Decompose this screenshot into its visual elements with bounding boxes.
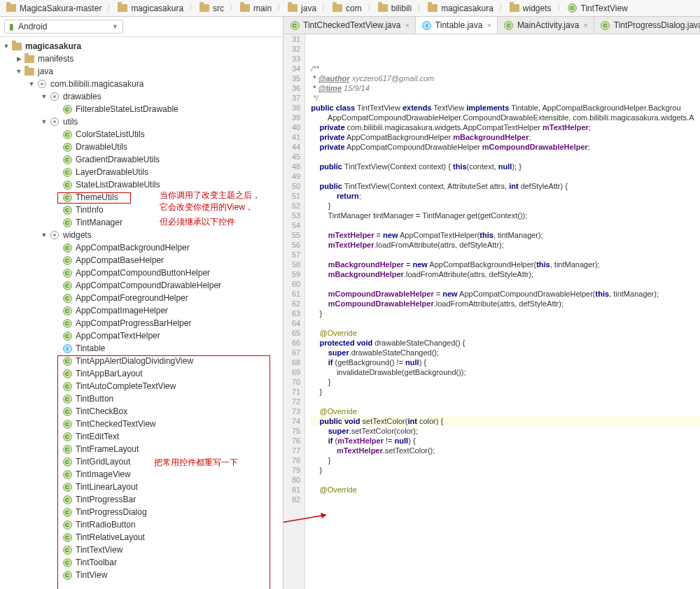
breadcrumb-item[interactable]: magicasakura	[427, 3, 493, 14]
tree-item[interactable]: CTintInfo	[0, 204, 283, 216]
project-tree[interactable]: ▼magicasakura ▶manifests▼java▼com.bilibi…	[0, 37, 283, 589]
tree-item[interactable]: ▼magicasakura	[0, 40, 283, 52]
tree-item[interactable]: CTintProgressBar	[0, 493, 283, 506]
breadcrumb: MagicaSakura-master〉magicasakura〉src〉mai…	[0, 0, 700, 17]
tree-item[interactable]: CTintTextView	[0, 544, 283, 556]
breadcrumb-item[interactable]: src	[199, 3, 224, 14]
editor-tab[interactable]: ITintable.java×	[416, 17, 498, 34]
breadcrumb-item[interactable]: CTintTextView	[567, 3, 628, 14]
close-icon[interactable]: ×	[583, 21, 587, 29]
editor-tab[interactable]: CTintProgressDialog.java×	[594, 17, 700, 34]
tree-item[interactable]: ▼java	[0, 65, 283, 78]
tree-item[interactable]: CAppCompatBackgroundHelper	[0, 241, 283, 254]
tree-item[interactable]: CTintCheckBox	[0, 405, 283, 418]
tree-item[interactable]: ▶manifests	[0, 52, 283, 65]
breadcrumb-item[interactable]: java	[287, 3, 316, 14]
tree-item[interactable]: CLayerDrawableUtils	[0, 166, 283, 178]
tree-item[interactable]: CFilterableStateListDrawable	[0, 103, 283, 115]
tree-item[interactable]: CAppCompatImageHelper	[0, 304, 283, 317]
tree-item[interactable]: CTintManager	[0, 216, 283, 229]
tree-item[interactable]: CAppCompatBaseHelper	[0, 254, 283, 267]
android-view-selector[interactable]: ▮ Android ▼	[4, 20, 123, 34]
code-area[interactable]: /** * @author xyczero617@gmail.com * @ti…	[305, 34, 700, 589]
breadcrumb-item[interactable]: com	[332, 3, 362, 14]
tree-item[interactable]: CTintRadioButton	[0, 518, 283, 531]
close-icon[interactable]: ×	[405, 21, 409, 29]
code-editor[interactable]: 3132333435363738394041444548495051525354…	[284, 34, 700, 589]
tree-item[interactable]: CStateListDrawableUtils	[0, 178, 283, 191]
editor-tab[interactable]: CTintCheckedTextView.java×	[284, 17, 416, 34]
tree-item[interactable]: CTintImageView	[0, 468, 283, 481]
tree-item[interactable]: CTintRelativeLayout	[0, 531, 283, 544]
tree-item[interactable]: CTintAppBarLayout	[0, 367, 283, 380]
tree-item[interactable]: CColorStateListUtils	[0, 128, 283, 141]
tree-item[interactable]: CTintAppAlertDialogDividingView	[0, 355, 283, 367]
editor-tabs: CTintCheckedTextView.java×ITintable.java…	[284, 17, 700, 34]
breadcrumb-item[interactable]: bilibili	[377, 3, 412, 14]
tree-item[interactable]: CTintAutoCompleteTextView	[0, 380, 283, 392]
editor-tab[interactable]: CMainActivity.java×	[498, 17, 594, 34]
tree-item[interactable]: CTintEditText	[0, 430, 283, 443]
tree-item[interactable]: ▼com.bilibili.magicasakura	[0, 78, 283, 90]
tree-item[interactable]: CAppCompatTextHelper	[0, 329, 283, 342]
project-panel: ▮ Android ▼ ▼magicasakura ▶manifests▼jav…	[0, 17, 284, 589]
tree-item[interactable]: CAppCompatCompoundButtonHelper	[0, 267, 283, 279]
tree-item[interactable]: CDrawableUtils	[0, 141, 283, 153]
breadcrumb-item[interactable]: widgets	[509, 3, 552, 14]
tree-item[interactable]: ITintable	[0, 342, 283, 355]
tree-item[interactable]: CTintLinearLayout	[0, 481, 283, 493]
tree-item[interactable]: ▼widgets	[0, 229, 283, 241]
breadcrumb-item[interactable]: MagicaSakura-master	[6, 3, 102, 14]
tree-item[interactable]: CThemeUtils	[0, 191, 283, 204]
editor-panel: CTintCheckedTextView.java×ITintable.java…	[284, 17, 700, 589]
tree-item[interactable]: CTintProgressDialog	[0, 506, 283, 518]
tree-item[interactable]: CTintGridLayout	[0, 455, 283, 468]
close-icon[interactable]: ×	[486, 21, 491, 29]
tree-item[interactable]: CAppCompatProgressBarHelper	[0, 317, 283, 329]
view-selector-bar: ▮ Android ▼	[0, 17, 283, 37]
breadcrumb-item[interactable]: main	[239, 3, 272, 14]
breadcrumb-item[interactable]: magicasakura	[117, 3, 183, 14]
tree-item[interactable]: ▼drawables	[0, 90, 283, 103]
tree-item[interactable]: ▼utils	[0, 115, 283, 128]
tree-item[interactable]: CTintFrameLayout	[0, 443, 283, 455]
tree-item[interactable]: CTintButton	[0, 392, 283, 405]
tree-item[interactable]: CAppCompatCompoundDrawableHelper	[0, 279, 283, 292]
tree-item[interactable]: CTintCheckedTextView	[0, 418, 283, 430]
tree-item[interactable]: CAppCompatForegroundHelper	[0, 292, 283, 304]
tree-item[interactable]: CTintToolbar	[0, 556, 283, 569]
tree-item[interactable]: CTintView	[0, 569, 283, 581]
gutter: 3132333435363738394041444548495051525354…	[284, 34, 305, 589]
tree-item[interactable]: CGradientDrawableUtils	[0, 153, 283, 166]
